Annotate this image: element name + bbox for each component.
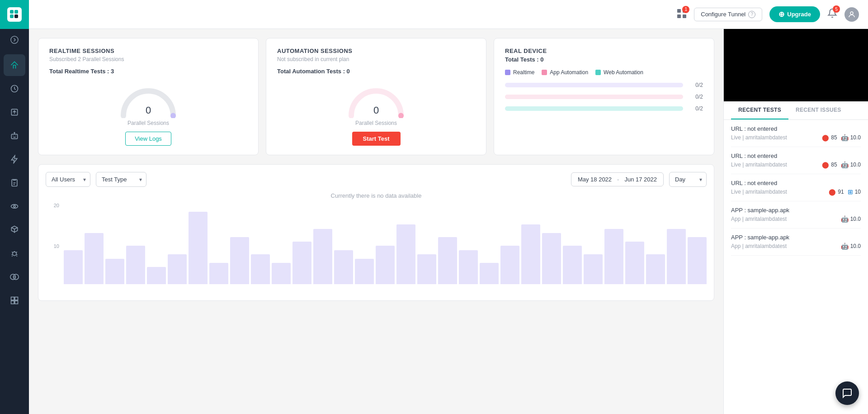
bar-15 — [376, 246, 395, 284]
recent-item-5[interactable]: APP : sample-app.apk App | amritalambdat… — [731, 228, 861, 256]
recent-item-2[interactable]: URL : not entered Live | amritalambdates… — [731, 147, 861, 174]
svg-rect-17 — [11, 301, 14, 304]
period-filter[interactable]: Day Week Month — [669, 172, 707, 187]
automation-total-label: Total Automation Tests : — [277, 68, 345, 75]
automation-subtitle: Not subscribed in current plan — [277, 56, 475, 62]
logo-icon — [7, 7, 22, 22]
sidebar-item-home[interactable] — [4, 54, 25, 76]
tab-recent-issues[interactable]: RECENT ISSUES — [788, 101, 849, 119]
y-label-20: 20 — [54, 203, 62, 208]
period-filter-wrap: Day Week Month — [669, 172, 707, 187]
sidebar-item-eye[interactable] — [4, 195, 25, 217]
real-device-total-label: Total Tests : — [505, 56, 539, 63]
sidebar-nav — [0, 51, 29, 311]
svg-rect-15 — [11, 297, 14, 300]
sidebar-item-lightning[interactable] — [4, 148, 25, 170]
recent-meta-1: Live | amritalambdatest ⬤ 85 🤖 10.0 — [731, 134, 861, 141]
no-data-label: Currently there is no data available — [46, 192, 707, 199]
recent-meta-4: App | amritalambdatest 🤖 10.0 — [731, 215, 861, 223]
recent-item-4[interactable]: APP : sample-app.apk App | amritalambdat… — [731, 201, 861, 228]
recent-url-2: URL : not entered — [731, 152, 861, 159]
bar-22 — [521, 224, 540, 284]
notification-button[interactable]: 5 — [827, 8, 837, 20]
bar-7 — [209, 263, 228, 284]
start-test-button[interactable]: Start Test — [352, 132, 401, 146]
bar-9 — [251, 254, 270, 284]
progress-label-web: 0/2 — [687, 105, 703, 112]
bar-25 — [584, 254, 603, 284]
view-logs-button[interactable]: View Logs — [125, 132, 171, 146]
sidebar-item-box[interactable] — [4, 219, 25, 241]
progress-row-web: 0/2 — [505, 105, 703, 112]
os-version-2: 10.0 — [850, 162, 861, 168]
real-device-total: Total Tests : 0 — [505, 56, 703, 63]
bar-27 — [625, 242, 644, 284]
svg-rect-22 — [683, 14, 686, 18]
tabs-row: RECENT TESTS RECENT ISSUES — [724, 101, 868, 120]
bar-24 — [563, 246, 582, 284]
browser-badge-1: ⬤ 85 — [822, 134, 837, 141]
svg-rect-7 — [11, 134, 17, 139]
upgrade-label: Upgrade — [787, 11, 811, 18]
legend-dot-realtime — [505, 70, 510, 75]
analytics-filters: All Users Test Type Realtime Automation … — [46, 172, 707, 187]
upgrade-button[interactable]: ⊕ Upgrade — [769, 6, 820, 22]
sidebar-item-grid[interactable] — [4, 290, 25, 311]
bar-2 — [105, 259, 124, 284]
real-device-total-value: 0 — [540, 56, 543, 63]
legend-label-web-automation: Web Automation — [604, 69, 643, 76]
tab-recent-tests[interactable]: RECENT TESTS — [731, 101, 788, 119]
recent-item-3[interactable]: URL : not entered Live | amritalambdates… — [731, 174, 861, 201]
sidebar-item-upload[interactable] — [4, 101, 25, 123]
automation-parallel-label: Parallel Sessions — [355, 120, 397, 126]
sidebar-item-bug[interactable] — [4, 243, 25, 264]
chart-y-labels: 20 10 — [46, 203, 62, 284]
automation-parallel-value: 0 — [373, 105, 379, 116]
users-filter[interactable]: All Users — [46, 172, 90, 187]
main-wrapper: 1 Configure Tunnel ? ⊕ Upgrade 5 — [29, 0, 868, 414]
sidebar-item-robot[interactable] — [4, 125, 25, 147]
sidebar — [0, 0, 29, 414]
configure-tunnel-label: Configure Tunnel — [701, 11, 745, 18]
svg-point-11 — [14, 205, 15, 207]
browser-version-3: 91 — [838, 189, 844, 195]
sidebar-logo[interactable] — [0, 0, 29, 29]
sidebar-item-clipboard[interactable] — [4, 172, 25, 194]
browser-version-2: 85 — [831, 162, 837, 168]
sidebar-item-history[interactable] — [4, 78, 25, 100]
progress-bg-app — [505, 95, 683, 99]
progress-label-realtime: 0/2 — [687, 82, 703, 88]
grid-icon-button[interactable]: 1 — [677, 9, 687, 20]
realtime-parallel-label: Parallel Sessions — [127, 120, 169, 126]
svg-point-12 — [13, 252, 16, 256]
bar-21 — [500, 246, 519, 284]
sidebar-toggle[interactable] — [0, 29, 29, 51]
recent-item-1[interactable]: URL : not entered Live | amritalambdates… — [731, 120, 861, 147]
date-range-picker[interactable]: May 18 2022 - Jun 17 2022 — [571, 172, 664, 186]
recent-url-5: APP : sample-app.apk — [731, 234, 861, 241]
recent-url-3: URL : not entered — [731, 180, 861, 186]
bar-6 — [189, 212, 208, 284]
progress-row-app: 0/2 — [505, 94, 703, 100]
bar-17 — [417, 254, 436, 284]
bar-12 — [313, 229, 332, 284]
os-badge-1: 🤖 10.0 — [841, 134, 861, 141]
sidebar-item-toggle[interactable] — [4, 266, 25, 288]
test-type-filter[interactable]: Test Type Realtime Automation — [96, 172, 146, 187]
chat-button[interactable] — [835, 381, 859, 405]
progress-bg-web — [505, 106, 683, 111]
os-version-4: 10.0 — [850, 216, 861, 222]
chart-bars — [64, 203, 707, 284]
android-icon-4: 🤖 — [841, 215, 849, 223]
os-version-3: 10 — [855, 189, 861, 195]
realtime-parallel-value: 0 — [146, 105, 151, 116]
dashboard: REALTIME SESSIONS Subscribed 2 Parallel … — [29, 29, 723, 414]
svg-rect-18 — [15, 301, 18, 304]
upgrade-plus-icon: ⊕ — [778, 10, 784, 19]
os-version-5: 10.0 — [850, 243, 861, 249]
real-device-card: REAL DEVICE Total Tests : 0 Realtime App… — [494, 38, 714, 155]
configure-tunnel-button[interactable]: Configure Tunnel ? — [694, 8, 762, 21]
progress-bg-realtime — [505, 83, 683, 87]
avatar[interactable] — [844, 7, 859, 22]
chart-area: 20 10 — [46, 203, 707, 293]
